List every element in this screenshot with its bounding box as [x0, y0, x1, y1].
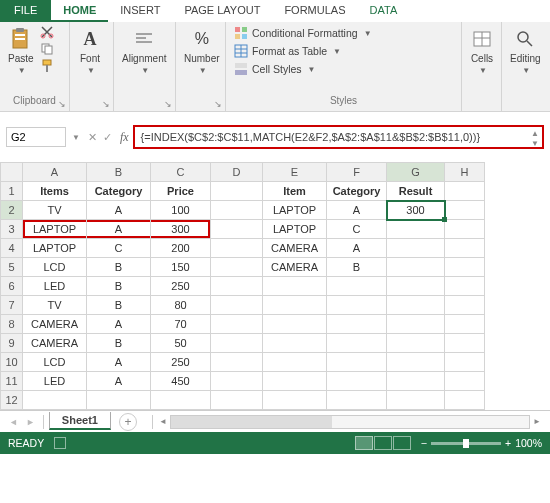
col-header-C[interactable]: C	[151, 163, 211, 182]
tab-formulas[interactable]: FORMULAS	[272, 0, 357, 22]
tab-nav-prev[interactable]: ◄	[6, 417, 21, 427]
col-header-B[interactable]: B	[87, 163, 151, 182]
cell-A5[interactable]: LCD	[23, 258, 87, 277]
cell-styles-button[interactable]: Cell Styles▼	[232, 61, 374, 77]
number-button[interactable]: %Number▼	[182, 25, 222, 77]
view-page-layout[interactable]	[374, 436, 392, 450]
copy-icon[interactable]	[40, 42, 54, 56]
row-header-5[interactable]: 5	[1, 258, 23, 277]
cell-F8[interactable]	[327, 315, 387, 334]
dialog-launcher-icon[interactable]: ↘	[164, 99, 172, 109]
cell-B4[interactable]: C	[87, 239, 151, 258]
tab-insert[interactable]: INSERT	[108, 0, 172, 22]
enter-formula-icon[interactable]: ✓	[103, 131, 112, 144]
horizontal-scrollbar[interactable]: ◄ ►	[149, 415, 544, 429]
col-header-H[interactable]: H	[445, 163, 485, 182]
scroll-left-icon[interactable]: ◄	[156, 417, 170, 426]
zoom-out-button[interactable]: −	[421, 437, 427, 449]
cell-D5[interactable]	[211, 258, 263, 277]
cell-H3[interactable]	[445, 220, 485, 239]
new-sheet-button[interactable]: +	[119, 413, 137, 431]
dialog-launcher-icon[interactable]: ↘	[102, 99, 110, 109]
cell-A7[interactable]: TV	[23, 296, 87, 315]
cell-B5[interactable]: B	[87, 258, 151, 277]
cell-E1[interactable]: Item	[263, 182, 327, 201]
cell-H5[interactable]	[445, 258, 485, 277]
row-header-8[interactable]: 8	[1, 315, 23, 334]
cell-D1[interactable]	[211, 182, 263, 201]
cell-F5[interactable]: B	[327, 258, 387, 277]
cell-A4[interactable]: LAPTOP	[23, 239, 87, 258]
cell-H12[interactable]	[445, 391, 485, 410]
sheet-tab-sheet1[interactable]: Sheet1	[49, 412, 111, 430]
cell-H6[interactable]	[445, 277, 485, 296]
cut-icon[interactable]	[40, 25, 54, 39]
cell-C3[interactable]: 300	[151, 220, 211, 239]
tab-page-layout[interactable]: PAGE LAYOUT	[172, 0, 272, 22]
cell-C1[interactable]: Price	[151, 182, 211, 201]
cell-B1[interactable]: Category	[87, 182, 151, 201]
cell-D8[interactable]	[211, 315, 263, 334]
cell-C6[interactable]: 250	[151, 277, 211, 296]
cell-G6[interactable]	[387, 277, 445, 296]
dialog-launcher-icon[interactable]: ↘	[58, 99, 66, 109]
cell-A3[interactable]: LAPTOP	[23, 220, 87, 239]
tab-nav-next[interactable]: ►	[23, 417, 38, 427]
cell-G4[interactable]	[387, 239, 445, 258]
zoom-level[interactable]: 100%	[515, 437, 542, 449]
cell-D12[interactable]	[211, 391, 263, 410]
cell-E3[interactable]: LAPTOP	[263, 220, 327, 239]
scroll-right-icon[interactable]: ►	[530, 417, 544, 426]
zoom-slider[interactable]	[431, 442, 501, 445]
cell-C5[interactable]: 150	[151, 258, 211, 277]
cell-D3[interactable]	[211, 220, 263, 239]
cell-E6[interactable]	[263, 277, 327, 296]
cell-C9[interactable]: 50	[151, 334, 211, 353]
cell-A6[interactable]: LED	[23, 277, 87, 296]
cell-A11[interactable]: LED	[23, 372, 87, 391]
cell-B8[interactable]: A	[87, 315, 151, 334]
cell-B2[interactable]: A	[87, 201, 151, 220]
cell-E12[interactable]	[263, 391, 327, 410]
cell-H7[interactable]	[445, 296, 485, 315]
cell-G8[interactable]	[387, 315, 445, 334]
cell-B6[interactable]: B	[87, 277, 151, 296]
cancel-formula-icon[interactable]: ✕	[88, 131, 97, 144]
cell-A9[interactable]: CAMERA	[23, 334, 87, 353]
cell-E2[interactable]: LAPTOP	[263, 201, 327, 220]
cell-G9[interactable]	[387, 334, 445, 353]
col-header-A[interactable]: A	[23, 163, 87, 182]
view-page-break[interactable]	[393, 436, 411, 450]
row-header-10[interactable]: 10	[1, 353, 23, 372]
cell-H4[interactable]	[445, 239, 485, 258]
cell-D6[interactable]	[211, 277, 263, 296]
cell-E8[interactable]	[263, 315, 327, 334]
cell-H8[interactable]	[445, 315, 485, 334]
worksheet[interactable]: ABCDEFGH1ItemsCategoryPriceItemCategoryR…	[0, 162, 550, 410]
cell-E7[interactable]	[263, 296, 327, 315]
row-header-7[interactable]: 7	[1, 296, 23, 315]
cell-G3[interactable]	[387, 220, 445, 239]
cell-C7[interactable]: 80	[151, 296, 211, 315]
select-all-cell[interactable]	[1, 163, 23, 182]
tab-data[interactable]: DATA	[358, 0, 410, 22]
conditional-formatting-button[interactable]: Conditional Formatting▼	[232, 25, 374, 41]
row-header-12[interactable]: 12	[1, 391, 23, 410]
cell-E10[interactable]	[263, 353, 327, 372]
col-header-F[interactable]: F	[327, 163, 387, 182]
scroll-thumb[interactable]	[171, 416, 332, 428]
cell-C8[interactable]: 70	[151, 315, 211, 334]
col-header-G[interactable]: G	[387, 163, 445, 182]
dialog-launcher-icon[interactable]: ↘	[214, 99, 222, 109]
format-painter-icon[interactable]	[40, 59, 54, 73]
cell-B11[interactable]: A	[87, 372, 151, 391]
cell-G10[interactable]	[387, 353, 445, 372]
cell-H11[interactable]	[445, 372, 485, 391]
cell-C10[interactable]: 250	[151, 353, 211, 372]
cell-E11[interactable]	[263, 372, 327, 391]
cell-D11[interactable]	[211, 372, 263, 391]
cell-D4[interactable]	[211, 239, 263, 258]
cell-F11[interactable]	[327, 372, 387, 391]
file-tab[interactable]: FILE	[0, 0, 51, 22]
col-header-D[interactable]: D	[211, 163, 263, 182]
